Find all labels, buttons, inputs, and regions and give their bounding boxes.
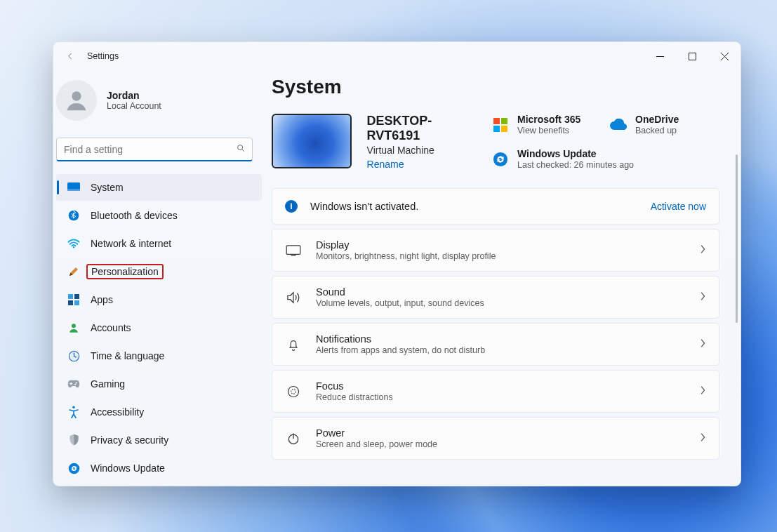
- status-update[interactable]: Windows Update Last checked: 26 minutes …: [517, 148, 719, 170]
- status-onedrive[interactable]: OneDrive Backed up: [635, 114, 719, 135]
- svg-point-23: [288, 386, 299, 397]
- activation-message: Windows isn't activated.: [310, 201, 418, 212]
- titlebar: Settings: [53, 42, 741, 70]
- nav: System Bluetooth & devices Network & int…: [53, 173, 262, 486]
- status-title: OneDrive: [635, 114, 719, 125]
- status-m365[interactable]: Microsoft 365 View benefits: [517, 114, 602, 135]
- sidebar-item-accounts[interactable]: Accounts: [56, 314, 262, 341]
- pc-name: DESKTOP-RVT6191: [367, 114, 477, 143]
- chevron-right-icon: [699, 291, 706, 304]
- sidebar-item-apps[interactable]: Apps: [56, 286, 262, 313]
- pc-type: Virtual Machine: [367, 145, 477, 156]
- svg-rect-20: [501, 126, 507, 132]
- card-title: Notifications: [316, 333, 485, 345]
- search-input[interactable]: [56, 138, 253, 161]
- sidebar-item-label: System: [91, 182, 124, 193]
- settings-window: Settings Jordan Local Account: [53, 41, 741, 486]
- status-sub: View benefits: [517, 126, 602, 135]
- accounts-icon: [67, 321, 80, 334]
- svg-point-24: [291, 389, 296, 394]
- accessibility-icon: [67, 406, 80, 418]
- rename-link[interactable]: Rename: [367, 159, 477, 170]
- bell-icon: [285, 338, 302, 352]
- card-title: Focus: [316, 380, 393, 392]
- svg-rect-4: [67, 189, 80, 192]
- content: System DESKTOP-RVT6191 Virtual Machine R…: [272, 70, 741, 486]
- sidebar-item-label: Accounts: [91, 322, 131, 333]
- close-button[interactable]: [708, 42, 741, 70]
- card-sub: Volume levels, output, input, sound devi…: [316, 298, 484, 308]
- system-icon: [67, 181, 80, 194]
- svg-point-2: [238, 145, 243, 150]
- card-sound[interactable]: SoundVolume levels, output, input, sound…: [272, 276, 719, 319]
- page-title: System: [272, 76, 719, 98]
- account-sub: Local Account: [107, 101, 161, 111]
- sidebar-item-system[interactable]: System: [56, 174, 262, 201]
- svg-rect-22: [286, 245, 300, 253]
- minimize-button[interactable]: [644, 42, 676, 70]
- sidebar-item-label: Network & internet: [91, 238, 171, 249]
- svg-point-5: [69, 211, 79, 221]
- card-title: Sound: [316, 286, 484, 298]
- sidebar: Jordan Local Account System Bluetooth & …: [53, 70, 272, 486]
- card-title: Power: [316, 427, 437, 439]
- system-header: DESKTOP-RVT6191 Virtual Machine Rename M…: [272, 114, 719, 170]
- chevron-right-icon: [699, 338, 706, 351]
- card-sub: Monitors, brightness, night light, displ…: [316, 251, 496, 261]
- account-name: Jordan: [107, 90, 161, 101]
- card-title: Display: [316, 239, 496, 251]
- app-title: Settings: [87, 51, 119, 61]
- card-focus[interactable]: FocusReduce distractions: [272, 370, 719, 413]
- svg-rect-8: [74, 294, 79, 299]
- update-icon: [67, 462, 80, 474]
- activation-banner[interactable]: i Windows isn't activated. Activate now: [272, 188, 719, 225]
- gaming-icon: [67, 378, 80, 390]
- sidebar-item-label: Gaming: [91, 378, 125, 390]
- bluetooth-icon: [67, 209, 80, 222]
- account-block[interactable]: Jordan Local Account: [53, 70, 262, 131]
- sidebar-item-bluetooth[interactable]: Bluetooth & devices: [56, 202, 262, 229]
- sidebar-item-label: Windows Update: [91, 463, 165, 474]
- svg-rect-19: [493, 126, 500, 132]
- desktop-thumbnail[interactable]: [272, 114, 352, 168]
- sidebar-item-accessibility[interactable]: Accessibility: [56, 399, 262, 425]
- sidebar-item-windows-update[interactable]: Windows Update: [56, 455, 262, 481]
- search-icon: [236, 143, 246, 156]
- activate-now-link[interactable]: Activate now: [651, 201, 706, 212]
- shield-icon: [67, 434, 80, 446]
- chevron-right-icon: [699, 385, 706, 398]
- back-button[interactable]: [62, 48, 79, 65]
- svg-rect-9: [68, 300, 73, 305]
- chevron-right-icon: [699, 244, 706, 257]
- scrollbar[interactable]: [736, 154, 738, 323]
- svg-point-6: [73, 246, 74, 248]
- avatar: [56, 80, 97, 121]
- svg-point-1: [72, 91, 81, 100]
- status-sub: Backed up: [635, 126, 719, 135]
- sidebar-item-privacy[interactable]: Privacy & security: [56, 427, 262, 453]
- card-sub: Screen and sleep, power mode: [316, 439, 437, 449]
- svg-rect-0: [689, 53, 696, 60]
- sidebar-item-gaming[interactable]: Gaming: [56, 371, 262, 397]
- display-icon: [285, 245, 302, 256]
- window-controls: [644, 42, 741, 70]
- apps-icon: [67, 293, 80, 306]
- m365-icon: [492, 117, 509, 133]
- sidebar-item-network[interactable]: Network & internet: [56, 230, 262, 257]
- card-power[interactable]: PowerScreen and sleep, power mode: [272, 417, 719, 460]
- sidebar-item-time-language[interactable]: Time & language: [56, 343, 262, 369]
- card-notifications[interactable]: NotificationsAlerts from apps and system…: [272, 323, 719, 366]
- svg-point-15: [72, 406, 75, 408]
- card-display[interactable]: DisplayMonitors, brightness, night light…: [272, 229, 719, 272]
- info-icon: i: [285, 200, 298, 213]
- onedrive-icon: [610, 117, 627, 133]
- personalization-icon: [67, 265, 80, 278]
- sound-icon: [285, 291, 302, 304]
- update-status-icon: [492, 151, 509, 168]
- sidebar-item-label: Bluetooth & devices: [91, 210, 178, 221]
- card-sub: Alerts from apps and system, do not dist…: [316, 345, 485, 355]
- maximize-button[interactable]: [676, 42, 708, 70]
- sidebar-item-label: Apps: [91, 294, 113, 305]
- sidebar-item-label: Personalization: [86, 264, 164, 279]
- sidebar-item-personalization[interactable]: Personalization: [56, 258, 262, 285]
